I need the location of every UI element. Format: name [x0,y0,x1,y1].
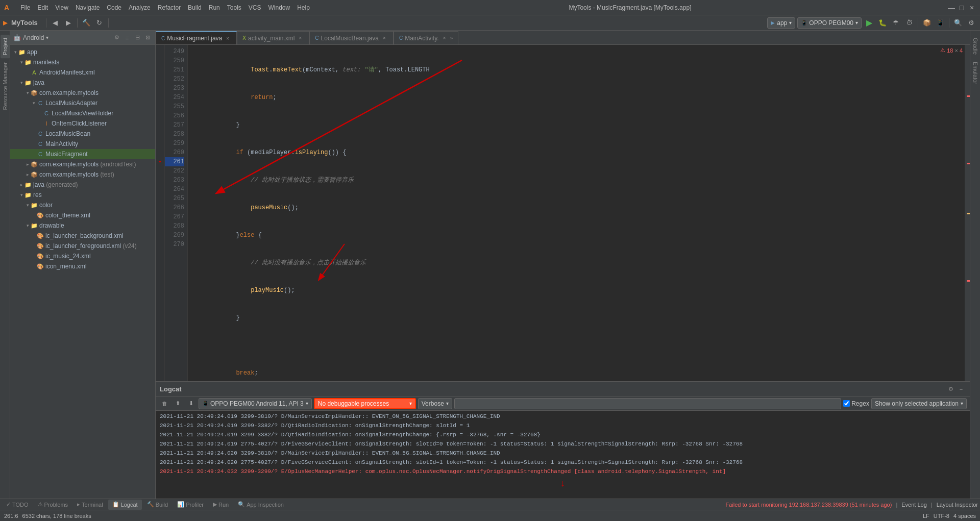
tree-toggle-java[interactable]: ▾ [18,80,24,86]
tree-item-java[interactable]: ▾ 📁 java [10,78,155,88]
tree-toggle-com-example[interactable]: ▾ [24,90,31,96]
android-chevron[interactable]: ▾ [46,35,48,40]
layout-inspector-link[interactable]: Layout Inspector [937,502,978,508]
tab-close-local-music-bean[interactable]: × [381,35,388,42]
menu-file[interactable]: File [17,3,33,12]
menu-navigate[interactable]: Navigate [72,3,103,12]
tree-item-icon-menu[interactable]: 🎨 icon_menu.xml [10,261,155,271]
panel-gear-icon[interactable]: ⚙ [112,33,121,42]
tool-tab-todo[interactable]: ✓ TODO [2,500,33,510]
tree-item-com-example[interactable]: ▾ 📦 com.example.mytools [10,88,155,98]
tree-toggle-manifests[interactable]: ▾ [18,59,24,65]
menu-edit[interactable]: Edit [34,3,51,12]
avd-manager-button[interactable]: 📱 [935,17,946,29]
status-encoding[interactable]: UTF-8 [934,513,949,519]
tool-tab-app-inspection[interactable]: 🔍 App Inspection [234,500,288,510]
tool-tab-logcat[interactable]: 📋 Logcat [108,500,142,510]
left-tab-project[interactable]: Project [1,35,10,58]
tree-item-test[interactable]: ▸ 📦 com.example.mytools (test) [10,169,155,180]
tree-item-androidmanifest[interactable]: A AndroidManifest.xml [10,67,155,78]
logcat-minimize-btn[interactable]: − [957,385,966,394]
search-everywhere-button[interactable]: 🔍 [952,17,964,29]
tool-tab-terminal[interactable]: ▸ Terminal [73,500,107,510]
menu-refactor[interactable]: Refactor [155,3,184,12]
menu-help[interactable]: Help [294,3,313,12]
tree-item-click-listener[interactable]: I OnItemClickListener [10,118,155,129]
tree-item-java-generated[interactable]: ▸ 📁 java (generated) [10,180,155,190]
tree-toggle-color[interactable]: ▾ [24,202,31,208]
tab-main-activity[interactable]: C MainActivity. × » [394,31,458,44]
sync-button[interactable]: ↻ [94,17,105,29]
tree-item-music-fragment[interactable]: C MusicFragment [10,149,155,159]
logcat-app-filter[interactable]: Show only selected application ▾ [871,398,967,409]
tree-toggle-android-test[interactable]: ▸ [24,161,31,167]
logcat-settings-btn[interactable]: ⚙ [946,385,955,394]
maximize-button[interactable]: □ [958,4,966,12]
menu-window[interactable]: Window [265,3,293,12]
tree-item-main-activity[interactable]: C MainActivity [10,139,155,149]
tool-tab-profiler[interactable]: 📊 Profiler [173,500,208,510]
tree-item-app[interactable]: ▾ 📁 app [10,47,155,57]
tab-music-fragment[interactable]: C MusicFragment.java × [156,31,237,44]
tree-toggle-test[interactable]: ▸ [24,171,31,178]
tree-toggle-adapter[interactable]: ▾ [31,100,37,106]
right-tab-gradle[interactable]: Gradle [971,35,980,58]
tree-item-color[interactable]: ▾ 📁 color [10,200,155,210]
run-button[interactable]: ▶ [864,17,875,29]
debug-button[interactable]: 🐛 [877,17,888,29]
logcat-level-selector[interactable]: Verbose ▾ [418,398,452,409]
panel-collapse-icon[interactable]: ≡ [122,33,132,42]
menu-tools[interactable]: Tools [224,3,244,12]
profile-button[interactable]: ⏱ [903,17,915,29]
tree-item-local-music-bean[interactable]: C LocalMusicBean [10,129,155,139]
tab-close-music-fragment[interactable]: × [224,35,231,42]
tree-item-view-holder[interactable]: C LocalMusicViewHolder [10,108,155,118]
logcat-scroll-top-btn[interactable]: ⬆ [172,398,183,409]
tree-toggle-drawable[interactable]: ▾ [24,222,31,229]
tree-item-res[interactable]: ▾ 📁 res [10,190,155,200]
tab-close-main-activity[interactable]: × [441,35,448,42]
menu-code[interactable]: Code [104,3,125,12]
menu-vcs[interactable]: VCS [246,3,264,12]
right-tab-emulator[interactable]: Emulator [971,59,980,87]
logcat-process-selector[interactable]: No debuggable processes ▾ [314,398,416,409]
tab-close-activity-main[interactable]: × [297,35,304,42]
tree-toggle-app[interactable]: ▾ [12,49,18,55]
tool-tab-build[interactable]: 🔨 Build [143,500,172,510]
editor-scrollbar[interactable] [965,45,970,381]
tree-item-color-theme[interactable]: 🎨 color_theme.xml [10,210,155,220]
tree-toggle-java-gen[interactable]: ▸ [18,182,24,188]
tab-local-music-bean[interactable]: C LocalMusicBean.java × [309,31,394,44]
settings-button[interactable]: ⚙ [966,17,977,29]
minimize-button[interactable]: — [947,4,955,12]
menu-build[interactable]: Build [185,3,205,12]
menu-analyze[interactable]: Analyze [126,3,154,12]
status-lf[interactable]: LF [923,513,929,519]
left-tab-resource-manager[interactable]: Resource Manager [1,59,10,113]
logcat-device-selector[interactable]: 📱 OPPO PEGM00 Android 11, API 3 ▾ [199,398,312,409]
tree-item-drawable[interactable]: ▾ 📁 drawable [10,220,155,231]
status-indent[interactable]: 4 spaces [953,513,976,519]
logcat-regex-checkbox[interactable] [843,400,850,407]
coverage-button[interactable]: ☂ [890,17,901,29]
tree-item-ic-launcher-fg[interactable]: 🎨 ic_launcher_foreground.xml (v24) [10,241,155,251]
gutter-breakpoint-261[interactable]: ● [156,157,164,166]
tree-item-local-music-adapter[interactable]: ▾ C LocalMusicAdapter [10,98,155,108]
build-button[interactable]: 🔨 [81,17,92,29]
tool-tab-problems[interactable]: ⚠ Problems [34,500,72,510]
logcat-scroll-bottom-btn[interactable]: ⬇ [185,398,197,409]
menu-run[interactable]: Run [206,3,223,12]
tree-item-ic-music[interactable]: 🎨 ic_music_24.xml [10,251,155,261]
panel-hide-icon[interactable]: ⊠ [143,33,152,42]
menu-view[interactable]: View [52,3,71,12]
run-config-selector[interactable]: ▶ app ▾ [767,17,795,29]
device-selector[interactable]: 📱 OPPO PEGM00 ▾ [797,17,862,29]
logcat-clear-btn[interactable]: 🗑 [159,398,170,409]
event-log-link[interactable]: Event Log [901,502,927,508]
tree-toggle-res[interactable]: ▾ [18,192,24,198]
logcat-regex-toggle[interactable]: Regex [843,400,869,407]
forward-button[interactable]: ▶ [63,17,74,29]
tree-item-ic-launcher-bg[interactable]: 🎨 ic_launcher_background.xml [10,231,155,241]
close-button[interactable]: × [968,4,976,12]
sdk-manager-button[interactable]: 📦 [921,17,933,29]
